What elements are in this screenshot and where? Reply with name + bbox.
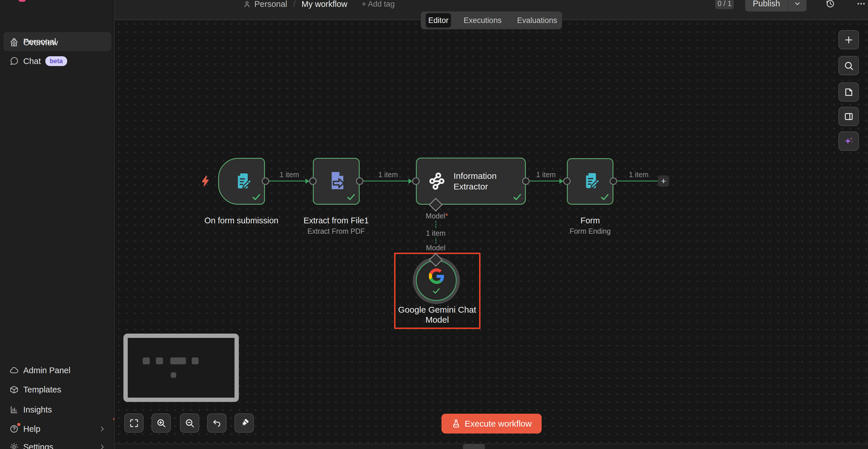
connection-line [530,181,559,181]
flask-icon [452,419,461,428]
output-connector[interactable] [356,177,363,185]
publish-label[interactable]: Publish [745,0,787,11]
breadcrumb: Personal / My workflow + Add tag [243,0,395,9]
connection-arrow-icon [305,179,309,184]
node-name: On form submission [205,216,278,226]
extractor-icon [428,173,445,190]
connection-line [617,181,658,181]
add-node-button[interactable]: + [658,175,669,187]
output-connector[interactable] [522,177,530,185]
plus-icon [844,35,854,45]
node-name-line2: Model [425,315,449,325]
success-check-icon [432,286,441,295]
node-name: Form [580,216,600,226]
tidy-up-button[interactable] [235,413,254,432]
fit-view-button[interactable] [124,413,144,432]
sidebar-item-insights[interactable]: Insights [0,400,114,419]
sidebar-item-help[interactable]: Help [0,419,114,438]
execute-workflow-button[interactable]: Execute workflow [441,414,541,433]
google-g-icon [429,268,444,284]
add-node-panel-button[interactable] [838,30,859,49]
minimap-node [143,357,150,364]
cloud-icon [9,366,19,375]
node-form[interactable] [567,158,613,205]
add-tag-button[interactable]: + Add tag [362,0,395,9]
input-connector[interactable] [412,177,420,185]
notification-dot [17,423,20,426]
success-check-icon [600,192,610,202]
node-on-form-submission[interactable] [218,158,265,205]
templates-panel-button[interactable] [838,82,859,101]
ai-assistant-button[interactable] [838,131,859,151]
undo-button[interactable] [207,413,226,432]
breadcrumb-separator: / [293,0,296,9]
tab-evaluations[interactable]: Evaluations [517,16,557,25]
chevron-right-icon [99,425,105,432]
connection-arrow-icon [559,179,563,184]
template-icon [844,87,854,97]
sidebar-item-templates[interactable]: Templates [0,380,114,399]
history-icon[interactable] [825,0,835,9]
sidebar-item-admin-panel[interactable]: Admin Panel [0,361,114,380]
search-button[interactable] [838,56,859,75]
sidebar-item-label: Chat [23,57,41,66]
workflow-name[interactable]: My workflow [302,0,348,9]
zoom-in-button[interactable] [152,413,171,432]
n8n-logo[interactable] [19,0,26,2]
user-icon [243,0,251,8]
gemini-node-body[interactable] [416,260,457,301]
chevron-down-icon [794,0,801,7]
panel-icon [844,111,854,122]
undo-icon [212,418,222,428]
input-connector[interactable] [563,177,570,185]
sidebar-item-settings[interactable]: Settings [0,438,114,449]
tidy-up-icon [239,418,249,428]
input-connector[interactable] [309,177,317,185]
sidebar-item-chat[interactable]: Chat beta [0,52,114,71]
node-information-extractor[interactable]: Information Extractor [416,158,526,205]
form-icon [234,171,253,190]
side-panel-button[interactable] [838,107,859,126]
publish-button[interactable]: Publish [745,0,807,11]
chat-icon [9,57,19,66]
zoom-out-button[interactable] [180,413,199,432]
model-items-label: 1 item [423,229,448,238]
connection-items-label: 1 item [536,171,556,179]
sidebar-item-label: Personal [23,37,56,47]
breadcrumb-project[interactable]: Personal [254,0,287,9]
help-icon [9,424,19,433]
publish-dropdown[interactable] [787,0,807,11]
package-icon [9,385,19,394]
output-connector[interactable] [262,177,269,185]
node-extract-from-file[interactable] [313,158,360,205]
logs-panel-collapsed[interactable] [115,444,868,449]
minimap[interactable] [123,334,239,402]
zoom-in-icon [156,418,166,428]
sidebar: Overview Personal Chat beta Admin Panel … [0,0,115,449]
node-name-line1: Google Gemini Chat [398,305,476,315]
node-subtitle: Form Ending [569,227,611,235]
sidebar-item-label: Settings [23,442,53,449]
output-connector[interactable] [610,177,617,185]
sidebar-item-label: Templates [23,385,61,394]
user-icon [9,37,19,46]
minimap-node [156,357,163,364]
bar-chart-icon [9,405,19,414]
node-name: Extract from File1 [303,216,369,226]
execute-workflow-label: Execute workflow [465,419,532,429]
zoom-out-icon [185,418,195,428]
connection-line [269,181,305,181]
tab-editor[interactable]: Editor [426,13,451,28]
trigger-bolt-icon [199,175,212,187]
sidebar-item-label: Insights [23,405,52,415]
fit-view-icon [129,418,139,428]
publish-counter-badge: 0 / 1 [715,0,734,9]
tab-executions[interactable]: Executions [464,16,501,25]
connection-line [363,181,408,181]
ellipsis-menu-icon[interactable] [856,0,866,9]
sidebar-item-label: Admin Panel [23,366,70,375]
form-icon [582,171,601,190]
logs-panel-handle[interactable] [463,444,485,449]
node-name: Information Extractor [454,171,517,192]
sidebar-item-personal[interactable]: Personal [0,32,114,51]
